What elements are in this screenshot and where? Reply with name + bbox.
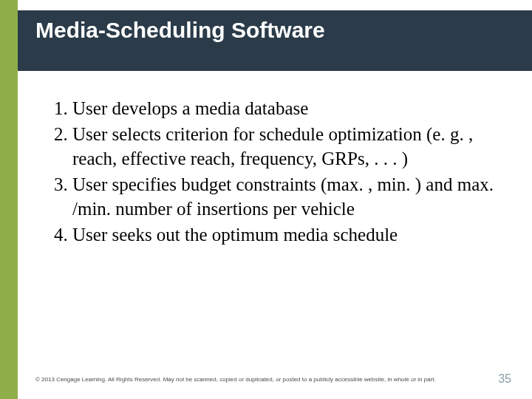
list-item: User specifies budget constraints (max. … [72, 172, 499, 221]
list-item: User develops a media database [72, 96, 499, 120]
content-area: User develops a media database User sele… [41, 96, 499, 248]
copyright-footer: © 2013 Cengage Learning. All Rights Rese… [35, 376, 449, 383]
accent-stripe [0, 0, 18, 399]
list-item: User seeks out the optimum media schedul… [72, 222, 499, 247]
numbered-list: User develops a media database User sele… [41, 96, 499, 247]
page-number: 35 [498, 372, 511, 386]
slide: Media-Scheduling Software User develops … [0, 0, 532, 399]
slide-title: Media-Scheduling Software [35, 18, 325, 43]
list-item: User selects criterion for schedule opti… [72, 122, 499, 171]
